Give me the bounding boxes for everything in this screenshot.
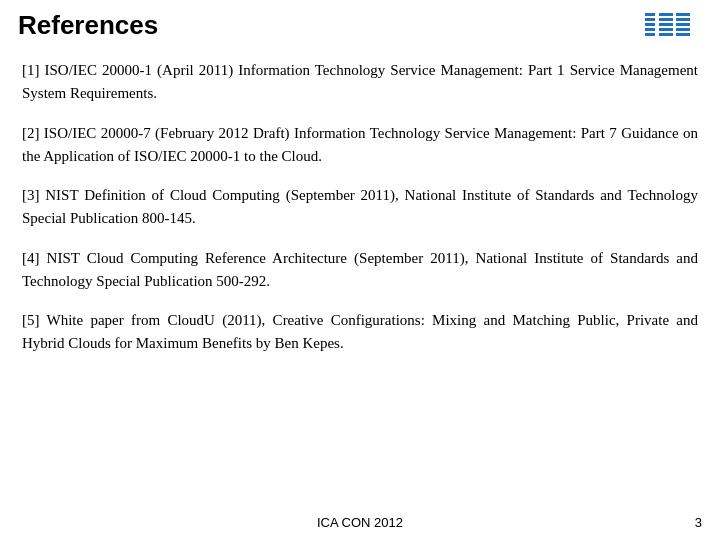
svg-rect-7 (659, 23, 673, 26)
svg-rect-11 (676, 18, 690, 21)
svg-rect-0 (645, 13, 655, 16)
page-title: References (18, 10, 158, 41)
reference-item-5: [5] White paper from CloudU (2011), Crea… (22, 309, 698, 356)
svg-rect-1 (645, 18, 655, 21)
reference-item-3: [3] NIST Definition of Cloud Computing (… (22, 184, 698, 231)
ibm-logo-svg (645, 11, 701, 37)
svg-rect-9 (659, 33, 673, 36)
svg-rect-4 (645, 33, 655, 36)
reference-item-2: [2] ISO/IEC 20000-7 (February 2012 Draft… (22, 122, 698, 169)
slide-container: References (0, 0, 720, 540)
svg-rect-12 (676, 23, 690, 26)
svg-rect-5 (659, 13, 673, 16)
svg-rect-14 (676, 33, 690, 36)
svg-rect-2 (645, 23, 655, 26)
ibm-logo (644, 10, 702, 38)
references-content: [1] ISO/IEC 20000-1 (April 2011) Informa… (18, 59, 702, 356)
svg-rect-3 (645, 28, 655, 31)
reference-item-1: [1] ISO/IEC 20000-1 (April 2011) Informa… (22, 59, 698, 106)
footer-conference: ICA CON 2012 (18, 515, 702, 530)
reference-item-4: [4] NIST Cloud Computing Reference Archi… (22, 247, 698, 294)
svg-rect-13 (676, 28, 690, 31)
svg-rect-6 (659, 18, 673, 21)
svg-rect-10 (676, 13, 690, 16)
svg-rect-8 (659, 28, 673, 31)
slide-header: References (18, 10, 702, 41)
footer-page-number: 3 (695, 515, 702, 530)
slide-footer: ICA CON 2012 3 (0, 515, 720, 530)
